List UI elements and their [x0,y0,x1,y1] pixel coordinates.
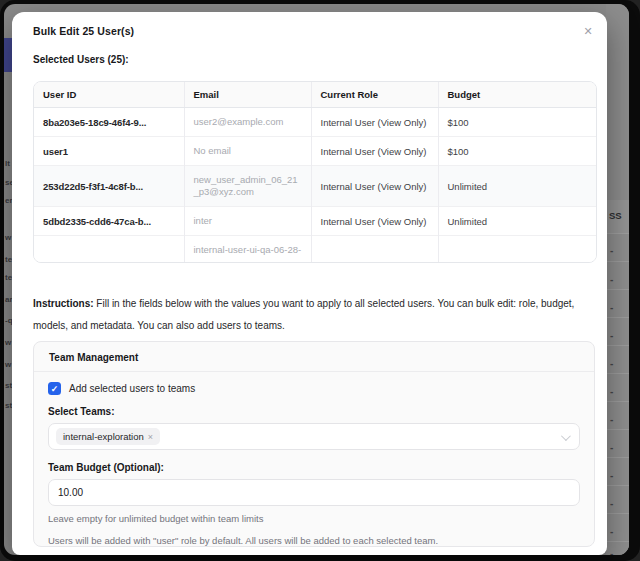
teams-multiselect[interactable]: internal-exploration × [48,423,580,450]
cell-user_id: 253d22d5-f3f1-4c8f-b... [34,166,184,207]
team-budget-label: Team Budget (Optional): [48,462,580,473]
team-tag[interactable]: internal-exploration × [56,428,160,445]
team-tag-label: internal-exploration [63,431,144,442]
table-row: 253d22d5-f3f1-4c8f-b...new_user_admin_06… [34,166,596,207]
cell-role: Internal User (View Only) [311,108,438,137]
cell-budget: Unlimited [438,166,596,207]
background-column-header: SS [609,210,622,221]
cell-email: inter [184,207,311,236]
cell-email: No email [184,137,311,166]
background-dash: - [610,304,613,312]
column-header: Budget [438,82,596,108]
cell-user_id [34,236,184,264]
column-header: User ID [34,82,184,108]
cell-role [311,236,438,264]
background-dash: - [610,550,613,555]
modal-title: Bulk Edit 25 User(s) [33,25,134,37]
background-dash: - [610,247,613,255]
team-management-section: Team Management ✓ Add selected users to … [33,341,595,547]
instructions-text: Instructions: Fill in the fields below w… [33,293,595,337]
user-table-body: 8ba203e5-18c9-46f4-9...user2@example.com… [34,108,596,264]
cell-role: Internal User (View Only) [311,137,438,166]
background-dash: - [610,332,613,340]
cell-role: Internal User (View Only) [311,166,438,207]
background-dash: - [610,276,613,284]
table-row: internal-user-ui-qa-06-28- [34,236,596,264]
browser-window-frame: ltseerwtetear-qwwstst SS ------------ Bu… [0,0,640,561]
background-text-fragment: w [5,360,11,370]
cell-budget: Unlimited [438,207,596,236]
cell-budget: $100 [438,108,596,137]
user-table-header-row: User IDEmailCurrent RoleBudget [34,82,596,108]
cell-email: new_user_admin_06_21_p3@xyz.com [184,166,311,207]
background-dash: - [610,500,613,508]
chevron-down-icon [561,431,571,441]
add-to-teams-checkbox[interactable]: ✓ [48,382,61,395]
select-teams-label: Select Teams: [48,406,580,417]
background-dash: - [610,416,613,424]
team-note-text: Users will be added with "user" role by … [48,535,580,546]
background-dash: - [610,528,613,536]
cell-role: Internal User (View Only) [311,207,438,236]
cell-user_id: 5dbd2335-cdd6-47ca-b... [34,207,184,236]
background-dash: - [610,360,613,368]
selected-users-heading: Selected Users (25): [33,54,129,65]
instructions-label: Instructions: [33,298,94,309]
cell-user_id: 8ba203e5-18c9-46f4-9... [34,108,184,137]
cell-user_id: user1 [34,137,184,166]
background-table-strip: SS ------------ [606,4,629,555]
cell-budget [438,236,596,264]
selected-users-table[interactable]: User IDEmailCurrent RoleBudget 8ba203e5-… [33,81,597,263]
close-icon[interactable]: ✕ [580,23,596,39]
column-header: Current Role [311,82,438,108]
table-row: user1No emailInternal User (View Only)$1… [34,137,596,166]
team-budget-input[interactable] [48,479,580,506]
background-text-fragment: w [5,233,11,243]
bulk-edit-modal: Bulk Edit 25 User(s) ✕ Selected Users (2… [12,12,607,555]
background-dash: - [610,388,613,396]
cell-email: user2@example.com [184,108,311,137]
add-to-teams-label: Add selected users to teams [69,383,195,394]
table-row: 8ba203e5-18c9-46f4-9...user2@example.com… [34,108,596,137]
background-text-fragment: lt [5,159,10,169]
background-dash: - [610,444,613,452]
team-management-heading: Team Management [34,342,594,372]
instructions-body: Fill in the fields below with the values… [33,298,574,331]
tag-remove-icon[interactable]: × [148,432,153,442]
cell-budget: $100 [438,137,596,166]
table-row: 5dbd2335-cdd6-47ca-b...interInternal Use… [34,207,596,236]
budget-helper-text: Leave empty for unlimited budget within … [48,513,580,524]
cell-email: internal-user-ui-qa-06-28- [184,236,311,264]
column-header: Email [184,82,311,108]
background-text-fragment: w [5,338,11,348]
background-dash: - [610,472,613,480]
